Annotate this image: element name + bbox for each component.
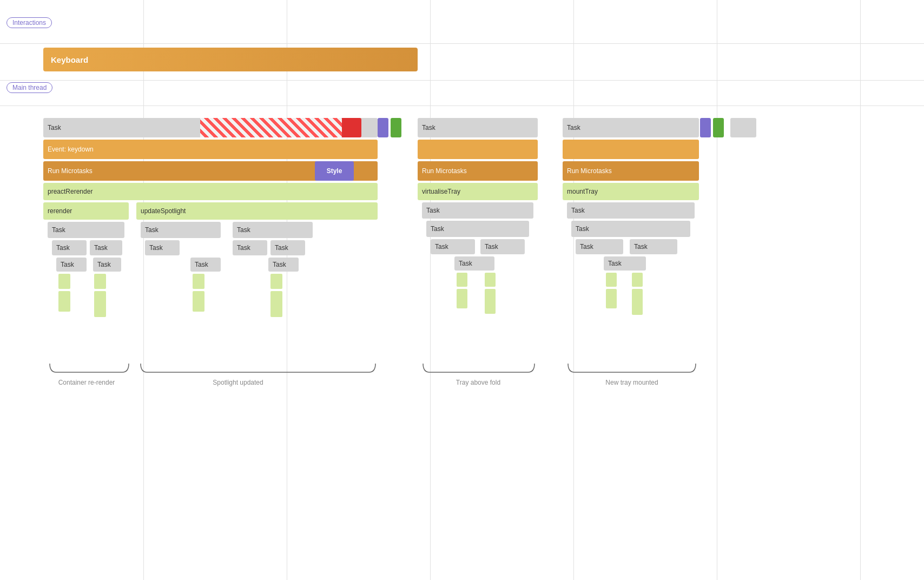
keyboard-bar: Keyboard — [43, 48, 418, 71]
task-mt-sub-label-1: Task — [580, 243, 593, 251]
main-thread-label: Main thread — [6, 82, 52, 93]
task-mt-2: Task — [571, 221, 690, 237]
run-microtasks-label-3: Run Microtasks — [567, 167, 612, 175]
green-sp-4 — [270, 291, 282, 317]
task-vt-label-1: Task — [426, 207, 440, 214]
task-far-label-1: Task — [567, 124, 580, 131]
task-mt-label-2: Task — [576, 225, 589, 233]
virtualise-tray-label: virtualiseTray — [422, 188, 460, 195]
task-label-1: Task — [48, 124, 61, 131]
task-mt-1: Task — [567, 202, 695, 219]
green-sp-3 — [270, 274, 282, 289]
green-cascade-1 — [58, 274, 70, 289]
keyboard-label: Keyboard — [51, 55, 88, 64]
task-sp-sub-label-3: Task — [237, 244, 250, 252]
task-mid-label-1: Task — [422, 124, 435, 131]
task-mt-sub-label-2: Task — [634, 243, 648, 251]
green-cascade-4 — [94, 291, 106, 317]
page: Interactions Keyboard Main thread Task E… — [0, 0, 924, 580]
task-sp-deep-3: Task — [268, 258, 299, 272]
task-mid-1: Task — [418, 118, 538, 137]
purple-small-1 — [378, 118, 388, 137]
task-sub-label-1: Task — [56, 244, 70, 252]
task-red-end — [342, 118, 361, 137]
tray-above-fold-label: Tray above fold — [418, 379, 539, 386]
main-thread-badge[interactable]: Main thread — [6, 82, 52, 93]
task-sp-sub-label-1: Task — [149, 244, 163, 252]
bracket-new-tray-mounted — [564, 361, 700, 374]
green-mid-3 — [457, 289, 467, 308]
green-sp-2 — [193, 291, 204, 312]
task-vt-sub-label-2: Task — [485, 243, 498, 251]
green-small-2 — [713, 118, 724, 137]
task-vt-sub-1: Task — [431, 239, 475, 254]
task-deep-label-2: Task — [97, 261, 111, 268]
green-mid-4 — [485, 289, 496, 314]
mount-tray-block: mountTray — [563, 183, 699, 200]
task-sp-deep-label-3: Task — [273, 261, 286, 268]
style-button[interactable]: Style — [315, 161, 354, 181]
task-sp-label-1: Task — [145, 226, 159, 234]
task-sub-1: Task — [52, 240, 87, 255]
task-sp-2: Task — [233, 222, 313, 238]
green-far-4 — [632, 289, 643, 315]
run-microtasks-label-1: Run Microtasks — [48, 167, 93, 175]
bracket-tray-above-fold — [419, 361, 539, 374]
task-deep-2: Task — [93, 258, 121, 272]
style-label: Style — [327, 167, 342, 175]
task-sp-1: Task — [141, 222, 221, 238]
preact-rerender-block: preactRerender — [43, 183, 378, 200]
interactions-label: Interactions — [6, 17, 52, 28]
green-cascade-3 — [58, 291, 70, 312]
green-far-1 — [606, 273, 617, 287]
task-mt-sub-1: Task — [576, 239, 623, 254]
green-mid-1 — [457, 273, 467, 287]
task-re-label-1: Task — [52, 226, 65, 234]
green-cascade-2 — [94, 274, 106, 289]
spotlight-updated-label: Spotlight updated — [184, 379, 292, 386]
task-deep-1: Task — [56, 258, 87, 272]
task-vt-sub-2: Task — [480, 239, 525, 254]
bracket-spotlight-updated — [136, 361, 380, 374]
task-sub-2: Task — [90, 240, 122, 255]
interactions-badge[interactable]: Interactions — [6, 17, 52, 28]
run-microtasks-label-2: Run Microtasks — [422, 167, 467, 175]
task-mt-sub-2: Task — [630, 239, 677, 254]
rerender-block: rerender — [43, 202, 129, 220]
mount-tray-label: mountTray — [567, 188, 598, 195]
task-sp-sub-3: Task — [233, 240, 267, 255]
event-keydown-block: Event: keydown — [43, 140, 378, 159]
event-keydown-label: Event: keydown — [48, 146, 94, 153]
task-sp-sub-label-4: Task — [275, 244, 288, 252]
task-deep-label-1: Task — [61, 261, 74, 268]
update-spotlight-label: updateSpotlight — [141, 207, 186, 215]
rerender-label: rerender — [48, 207, 72, 215]
container-rerender-label: Container re-render — [32, 379, 141, 386]
task-gray-far — [730, 118, 756, 137]
task-mt-label-1: Task — [571, 207, 585, 214]
new-tray-mounted-label: New tray mounted — [563, 379, 701, 386]
task-vt-sub-label-1: Task — [435, 243, 448, 251]
preact-rerender-label: preactRerender — [48, 188, 93, 195]
task-mt-deep-label-1: Task — [608, 260, 622, 267]
run-microtasks-block-2: Run Microtasks — [418, 161, 538, 181]
task-sp-deep-1: Task — [190, 258, 221, 272]
task-sp-deep-label-1: Task — [195, 261, 208, 268]
task-vt-deep-1: Task — [454, 256, 494, 271]
task-sp-sub-4: Task — [270, 240, 305, 255]
green-mid-2 — [485, 273, 496, 287]
run-microtasks-block-3: Run Microtasks — [563, 161, 699, 181]
task-sp-label-2: Task — [237, 226, 250, 234]
task-re-1: Task — [48, 222, 124, 238]
task-vt-2: Task — [426, 221, 529, 237]
green-far-3 — [606, 289, 617, 308]
bracket-container-rerender — [45, 361, 133, 374]
update-spotlight-block: updateSpotlight — [136, 202, 378, 220]
task-sub-label-2: Task — [94, 244, 108, 252]
green-far-2 — [632, 273, 643, 287]
event-mid — [418, 140, 538, 159]
task-sp-sub-1: Task — [145, 240, 180, 255]
task-mt-deep-1: Task — [604, 256, 646, 271]
virtualise-tray-block: virtualiseTray — [418, 183, 538, 200]
task-far-1: Task — [563, 118, 699, 137]
